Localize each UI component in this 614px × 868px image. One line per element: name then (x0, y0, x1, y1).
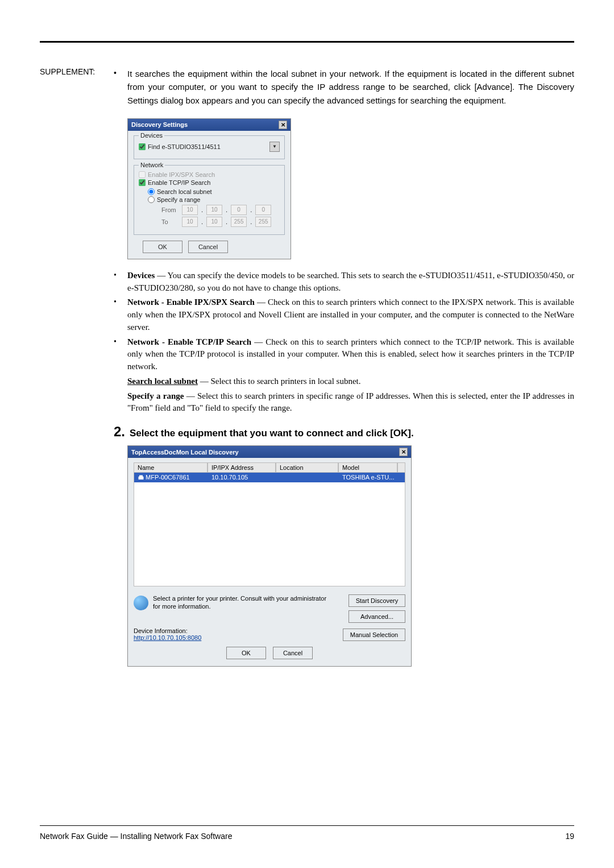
from-1: 10 (206, 205, 222, 215)
col-name[interactable]: Name (134, 462, 208, 473)
cell-model: TOSHIBA e-STU... (339, 473, 405, 482)
to-2: 255 (231, 217, 247, 227)
network-group: Network Enable IPX/SPX Search Enable TCP… (134, 165, 285, 235)
find-device-checkbox[interactable] (139, 143, 146, 150)
footer-right: 19 (565, 832, 574, 841)
sub-1: Search local subnet — Select this to sea… (127, 375, 574, 388)
li-text: Network - Enable TCP/IP Search — Check o… (127, 336, 574, 415)
col-location[interactable]: Location (276, 462, 338, 473)
li-text: Devices — You can specify the device mod… (127, 270, 574, 295)
dialog1-title: Discovery Settings (131, 121, 188, 128)
bullet-icon: • (114, 270, 127, 295)
find-device-row: Find e-STUDIO3511/4511 ▼ (139, 142, 280, 152)
page-footer: Network Fax Guide — Installing Network F… (40, 825, 574, 841)
li-text: Network - Enable IPX/SPX Search — Check … (127, 296, 574, 333)
device-info-label: Device Information: (134, 627, 201, 634)
ip-to-row: To 10. 10. 255. 255 (161, 217, 280, 227)
radio-range[interactable] (148, 196, 155, 203)
close-icon[interactable]: ✕ (399, 448, 408, 456)
sub1-underline: Search local subnet (127, 377, 198, 386)
discovery-settings-dialog: Discovery Settings ✕ Devices Find e-STUD… (127, 118, 291, 259)
li-bold: Network - Enable TCP/IP Search (127, 337, 251, 346)
tcpip-checkbox[interactable] (139, 179, 146, 186)
network-legend: Network (139, 162, 165, 168)
globe-icon (134, 596, 148, 610)
bullet-icon: • (114, 296, 127, 333)
cell-name-text: MFP-00C67861 (146, 474, 190, 481)
col-model[interactable]: Model (338, 462, 397, 473)
cell-name: MFP-00C67861 (134, 473, 208, 482)
dialog2-titlebar: TopAccessDocMon Local Discovery ✕ (128, 446, 411, 458)
dlg2-cancel-button[interactable]: Cancel (273, 647, 313, 659)
radio-local[interactable] (148, 188, 155, 195)
dialog1-buttons: OK Cancel (134, 241, 285, 253)
sub1-rest: — Select this to search printers in loca… (198, 377, 361, 386)
table-row[interactable]: MFP-00C67861 10.10.70.105 TOSHIBA e-STU.… (134, 473, 405, 482)
ipx-checkbox (139, 171, 146, 178)
dlg1-cancel-button[interactable]: Cancel (188, 241, 228, 253)
bullet-icon: • (114, 67, 127, 80)
printer-icon (138, 474, 144, 481)
device-info-row: Device Information: http://10.10.70.105:… (134, 627, 405, 641)
ipx-label: Enable IPX/SPX Search (148, 171, 215, 178)
radio-range-label: Specify a range (157, 196, 200, 203)
step-2-heading: 2. Select the equipment that you want to… (114, 424, 574, 440)
cell-ip: 10.10.70.105 (208, 473, 276, 482)
close-icon[interactable]: ✕ (279, 121, 287, 129)
to-label: To (161, 218, 179, 225)
supplement-text: It searches the equipment within the loc… (127, 67, 574, 107)
device-list[interactable]: MFP-00C67861 10.10.70.105 TOSHIBA e-STU.… (134, 473, 405, 586)
col-scroll (397, 462, 405, 473)
bullet-icon: • (114, 336, 127, 415)
list-header: Name IP/IPX Address Location Model (134, 462, 405, 473)
radio-local-row: Search local subnet (148, 188, 280, 195)
svg-rect-0 (139, 477, 144, 480)
from-0: 10 (182, 205, 198, 215)
from-label: From (161, 206, 179, 213)
from-2: 0 (231, 205, 247, 215)
tcpip-options: Search local subnet Specify a range From… (148, 188, 280, 227)
col-ip[interactable]: IP/IPX Address (208, 462, 276, 473)
to-0: 10 (182, 217, 198, 227)
cell-loc (276, 473, 339, 482)
devices-legend: Devices (139, 132, 164, 139)
content-area: SUPPLEMENT: • It searches the equipment … (40, 67, 574, 667)
dialog1-body: Devices Find e-STUDIO3511/4511 ▼ Network… (128, 131, 291, 259)
chevron-down-icon[interactable]: ▼ (269, 142, 280, 152)
supplement-label: SUPPLEMENT: (40, 67, 114, 667)
manual-selection-button[interactable]: Manual Selection (343, 629, 405, 641)
svg-rect-1 (139, 476, 143, 477)
device-info: Device Information: http://10.10.70.105:… (134, 627, 201, 641)
list-item: • Devices — You can specify the device m… (114, 270, 574, 295)
from-3: 0 (255, 205, 271, 215)
explanation-list: • Devices — You can specify the device m… (114, 270, 574, 415)
dlg1-ok-button[interactable]: OK (143, 241, 182, 253)
list-item: • Network - Enable IPX/SPX Search — Chec… (114, 296, 574, 333)
step-number: 2. (114, 424, 125, 440)
li-bold: Devices (127, 271, 155, 280)
ip-from-row: From 10. 10. 0. 0 (161, 205, 280, 215)
main-column: • It searches the equipment within the l… (114, 67, 574, 667)
li-bold: Network - Enable IPX/SPX Search (127, 297, 255, 307)
hint-text: Select a printer for your printer. Consu… (153, 594, 333, 623)
sub2-rest: — Select this to search printers in spec… (127, 391, 574, 413)
start-discovery-button[interactable]: Start Discovery (349, 594, 405, 607)
tcpip-row: Enable TCP/IP Search (139, 179, 280, 186)
topaccess-discovery-dialog: TopAccessDocMon Local Discovery ✕ Name I… (127, 445, 412, 667)
li-rest: — You can specify the device models to b… (127, 271, 574, 292)
sub-2: Specify a range — Select this to search … (127, 390, 574, 415)
dialog2-title: TopAccessDocMon Local Discovery (131, 449, 239, 456)
radio-range-row: Specify a range (148, 196, 280, 203)
device-info-link[interactable]: http://10.10.70.105:8080 (134, 634, 201, 641)
dialog2-bottom: Select a printer for your printer. Consu… (134, 594, 405, 623)
rule-top (40, 41, 574, 43)
ipx-row: Enable IPX/SPX Search (139, 171, 280, 178)
find-device-label: Find e-STUDIO3511/4511 (148, 143, 221, 150)
dialog2-body: Name IP/IPX Address Location Model MFP-0… (128, 458, 411, 666)
button-stack: Start Discovery Advanced... (337, 594, 405, 623)
list-item: • Network - Enable TCP/IP Search — Check… (114, 336, 574, 415)
step-text: Select the equipment that you want to co… (130, 428, 414, 439)
dlg2-ok-button[interactable]: OK (226, 647, 266, 659)
advanced-button[interactable]: Advanced... (349, 610, 405, 623)
radio-local-label: Search local subnet (157, 188, 212, 195)
